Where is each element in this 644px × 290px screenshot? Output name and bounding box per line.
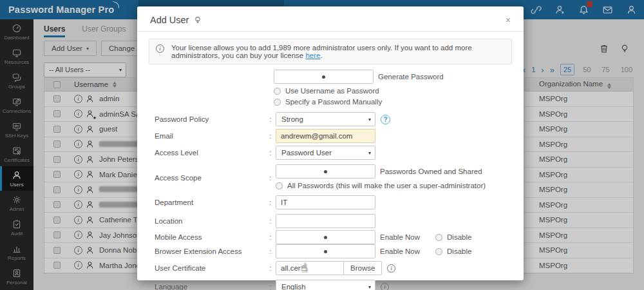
- field-label: Department: [155, 198, 269, 206]
- language-value: English: [281, 283, 306, 290]
- radio-passwords-owned-shared[interactable]: Passwords Owned and Shared: [276, 164, 486, 179]
- radio-label: Disable: [447, 233, 471, 241]
- license-banner: i Your license allows you to add 1,989 m…: [149, 39, 512, 64]
- help-icon[interactable]: ?: [381, 115, 390, 124]
- radio-mobile-enable[interactable]: [276, 230, 375, 244]
- radio-label: Generate Password: [378, 73, 444, 81]
- radio-label: Enable Now: [380, 247, 420, 255]
- add-user-modal: Add User × i Your license allows you to …: [137, 6, 524, 280]
- field-label: Password Policy: [155, 115, 269, 123]
- radio-icon[interactable]: [276, 182, 283, 189]
- access-level-value: Password User: [281, 149, 332, 157]
- radio-label: Use Username as Password: [285, 87, 379, 95]
- radio-icon[interactable]: [274, 88, 281, 95]
- field-mobile-access: Mobile Access Enable Now Disable: [137, 230, 524, 244]
- license-text-suffix: .: [320, 52, 322, 59]
- close-icon[interactable]: ×: [506, 15, 511, 24]
- license-banner-text: Your license allows you to add 1,989 mor…: [171, 44, 505, 59]
- radio-all-passwords[interactable]: All Passwords (this will make the user a…: [276, 182, 486, 189]
- chevron-down-icon: ▾: [368, 150, 371, 156]
- field-label: Access Level: [155, 149, 269, 157]
- radio-generate-password[interactable]: Generate Password: [274, 70, 524, 84]
- password-mode-options: Generate Password Use Username as Passwo…: [274, 70, 524, 106]
- radio-username-as-password[interactable]: Use Username as Password: [274, 87, 524, 95]
- chevron-down-icon: ▾: [368, 284, 371, 290]
- modal-header: Add User ×: [137, 6, 524, 32]
- radio-icon[interactable]: [276, 164, 375, 179]
- colon: [269, 264, 276, 272]
- radio-icon[interactable]: [274, 70, 374, 84]
- field-language: Language English▾ i: [137, 278, 524, 290]
- radio-label: Specify a Password Manually: [285, 98, 382, 106]
- radio-label: All Passwords (this will make the user a…: [287, 182, 486, 189]
- colon: [269, 174, 276, 182]
- department-field[interactable]: [276, 195, 375, 209]
- field-label: Access Scope: [155, 174, 269, 182]
- radio-icon[interactable]: [274, 99, 281, 106]
- field-department: Department: [137, 193, 524, 211]
- password-policy-value: Strong: [281, 115, 303, 123]
- app-window: Password Manager Pro: [0, 0, 644, 290]
- field-browser-extension-access: Browser Extension Access Enable Now Disa…: [137, 244, 524, 258]
- field-location: Location: [137, 211, 524, 230]
- modal-title: Add User: [150, 15, 189, 25]
- field-label: Location: [155, 217, 269, 225]
- language-select[interactable]: English▾: [276, 280, 375, 290]
- field-label: Email: [155, 132, 269, 140]
- colon: [269, 115, 276, 123]
- field-user-certificate: User Certificate Browse i: [137, 258, 524, 278]
- colon: [269, 217, 276, 225]
- colon: [269, 283, 276, 290]
- access-level-select[interactable]: Password User▾: [276, 146, 375, 160]
- info-icon: i: [156, 44, 164, 53]
- info-icon[interactable]: i: [387, 264, 395, 273]
- location-field[interactable]: [276, 214, 375, 228]
- field-label: Browser Extension Access: [155, 247, 269, 255]
- field-label: Language: [155, 283, 269, 290]
- field-label: Mobile Access: [155, 233, 269, 241]
- field-access-level: Access Level Password User▾: [137, 144, 524, 161]
- colon: [269, 247, 276, 255]
- radio-mobile-disable[interactable]: [435, 234, 442, 241]
- colon: [269, 198, 276, 206]
- colon: [269, 149, 276, 157]
- colon: [269, 132, 276, 140]
- radio-specify-password[interactable]: Specify a Password Manually: [274, 98, 524, 106]
- radio-label: Enable Now: [380, 233, 420, 241]
- info-icon[interactable]: i: [381, 283, 389, 290]
- field-email: Email: [137, 128, 524, 144]
- colon: [269, 233, 276, 241]
- radio-label: Passwords Owned and Shared: [380, 168, 482, 175]
- radio-browser-disable[interactable]: [435, 248, 442, 255]
- field-password-policy: Password Policy Strong▾ ?: [137, 111, 524, 128]
- certificate-field[interactable]: [276, 261, 344, 275]
- email-field[interactable]: [276, 129, 375, 143]
- browse-button[interactable]: Browse: [344, 261, 382, 275]
- radio-label: Disable: [447, 247, 471, 255]
- field-label: User Certificate: [155, 264, 269, 272]
- bulb-icon[interactable]: [193, 15, 202, 25]
- password-policy-select[interactable]: Strong▾: [276, 112, 375, 126]
- buy-license-link[interactable]: here: [305, 52, 320, 59]
- radio-browser-enable[interactable]: [276, 244, 375, 258]
- chevron-down-icon: ▾: [368, 117, 371, 122]
- field-access-scope: Access Scope Passwords Owned and Shared …: [137, 161, 524, 193]
